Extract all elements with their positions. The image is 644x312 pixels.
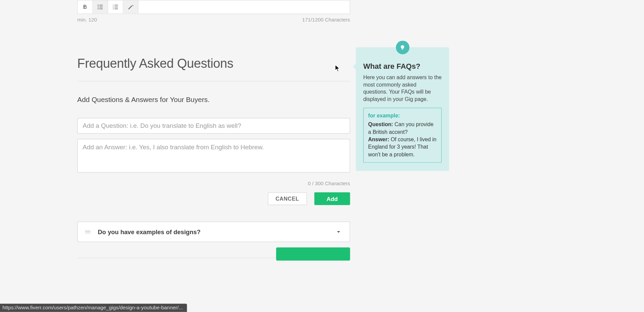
faq-heading: Frequently Asked Questions [77,56,350,71]
svg-rect-7 [114,5,118,5]
faq-button-row: CANCEL Add [77,192,350,205]
svg-rect-3 [99,7,103,7]
editor-toolbar: 123 [77,0,350,14]
tip-example-box: for example: Question: Can you provide a… [363,108,442,163]
faq-divider [77,81,350,81]
drag-handle-icon[interactable] [85,230,91,233]
numbered-list-button[interactable]: 123 [108,0,123,13]
lightbulb-icon [396,41,409,54]
numbered-list-icon: 123 [112,3,119,11]
faq-item-question: Do you have examples of designs? [98,228,335,235]
highlight-button[interactable] [123,0,139,13]
main-column: 123 min. 120 171/1200 Characters Frequen… [77,0,350,258]
svg-point-4 [98,8,99,9]
svg-point-2 [98,6,99,7]
char-counter: 171/1200 Characters [302,17,350,22]
bold-icon [82,3,89,11]
tip-body: Here you can add answers to the most com… [363,74,442,103]
bullet-list-button[interactable] [93,0,108,13]
svg-text:3: 3 [113,8,114,10]
tip-a-label: Answer: [368,136,389,142]
tip-example-answer: Answer: Of course, I lived in England fo… [368,136,437,158]
highlight-icon [127,3,135,11]
faq-answer-textarea[interactable] [77,139,350,172]
bullet-list-icon [97,3,104,11]
save-continue-button[interactable] [276,247,350,260]
svg-point-0 [98,5,99,6]
browser-status-bar: https://www.fiverr.com/users/pathzen/man… [0,304,187,312]
svg-rect-5 [99,8,103,9]
tip-example-question: Question: Can you provide a British acce… [368,121,437,136]
faq-item[interactable]: Do you have examples of designs? [77,221,350,242]
min-chars-label: min. 120 [77,17,97,22]
faq-question-input[interactable] [77,118,350,134]
bold-button[interactable] [78,0,93,13]
faq-subheading: Add Questions & Answers for Your Buyers. [77,96,350,104]
svg-rect-1 [99,5,103,5]
chevron-down-icon [335,228,342,236]
tip-title: What are FAQs? [363,62,442,71]
cancel-button[interactable]: CANCEL [268,192,307,205]
tip-q-label: Question: [368,121,393,127]
answer-char-counter: 0 / 300 Characters [77,181,350,187]
tip-panel: What are FAQs? Here you can add answers … [356,47,449,171]
tip-example-label: for example: [368,112,437,120]
add-button[interactable]: Add [314,192,350,205]
svg-rect-9 [114,7,118,7]
svg-rect-11 [114,8,118,9]
editor-counter-row: min. 120 171/1200 Characters [77,17,350,22]
